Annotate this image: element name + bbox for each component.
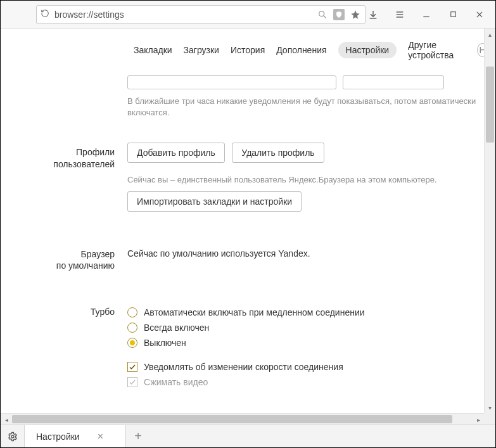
settings-content: Закладки Загрузки История Дополнения Нас… [1, 29, 484, 413]
delete-profile-button[interactable]: Удалить профиль [232, 143, 324, 163]
section-profiles: Профили пользователей Добавить профиль У… [1, 136, 484, 222]
checkbox-label: Уведомлять об изменении скорости соедине… [144, 362, 343, 372]
scroll-thumb[interactable] [12, 415, 452, 423]
turbo-radio-auto[interactable]: Автоматически включать при медленном сое… [127, 307, 476, 317]
gear-icon[interactable] [1, 425, 25, 447]
search-icon[interactable] [317, 9, 328, 20]
scroll-left-icon[interactable]: ◂ [1, 414, 12, 425]
svg-line-1 [324, 16, 326, 18]
star-icon[interactable] [350, 9, 361, 20]
checkbox-icon [127, 377, 137, 387]
tab-close-icon[interactable]: × [95, 431, 106, 442]
tab-history[interactable]: История [231, 45, 265, 55]
scroll-thumb[interactable] [486, 67, 494, 143]
tab-downloads[interactable]: Загрузки [184, 45, 219, 55]
add-profile-button[interactable]: Добавить профиль [127, 143, 225, 163]
default-browser-text: Сейчас по умолчанию используется Yandex. [127, 245, 476, 259]
maximize-icon[interactable] [447, 9, 459, 20]
stub-button[interactable] [127, 75, 336, 89]
radio-icon [127, 338, 137, 348]
tab-bookmarks[interactable]: Закладки [134, 45, 172, 55]
svg-point-0 [319, 11, 324, 16]
shield-icon[interactable] [333, 9, 345, 20]
turbo-radio-always[interactable]: Всегда включен [127, 323, 476, 333]
close-icon[interactable] [474, 9, 485, 20]
new-tab-button[interactable]: + [126, 425, 150, 447]
scroll-down-icon[interactable]: ▾ [485, 402, 495, 413]
checkbox-label: Сжимать видео [144, 377, 208, 387]
svg-point-9 [11, 435, 14, 438]
import-bookmarks-button[interactable]: Импортировать закладки и настройки [127, 191, 302, 212]
tab-title: Настройки [36, 432, 80, 442]
window-chrome [1, 1, 495, 29]
tab-other-devices[interactable]: Другие устройства [408, 40, 466, 60]
url-input[interactable] [49, 10, 317, 20]
settings-tabs: Закладки Загрузки История Дополнения Нас… [1, 29, 484, 69]
downloads-icon[interactable] [367, 9, 379, 20]
minimize-icon[interactable] [421, 9, 432, 20]
section-notifications: В ближайшие три часа никакие уведомления… [1, 69, 484, 125]
radio-icon [127, 323, 137, 333]
scroll-up-icon[interactable]: ▴ [485, 29, 495, 40]
turbo-radio-off[interactable]: Выключен [127, 338, 476, 348]
profiles-label: Профили пользователей [1, 143, 127, 216]
default-browser-label: Браузер по умолчанию [1, 245, 127, 272]
reload-icon[interactable] [41, 9, 49, 20]
radio-label: Выключен [144, 338, 186, 348]
profiles-hint: Сейчас вы – единственный пользователь Ян… [127, 174, 476, 186]
section-default-browser: Браузер по умолчанию Сейчас по умолчанию… [1, 238, 484, 279]
vertical-scrollbar[interactable]: ▴ ▾ [484, 29, 495, 413]
tab-settings[interactable]: Настройки [338, 42, 397, 58]
page-tab-settings[interactable]: Настройки × [25, 425, 126, 447]
scroll-corner [484, 413, 495, 425]
turbo-check-notify[interactable]: Уведомлять об изменении скорости соедине… [127, 362, 476, 372]
scroll-right-icon[interactable]: ▸ [473, 414, 484, 425]
address-bar[interactable] [36, 5, 366, 24]
turbo-check-compress: Сжимать видео [127, 377, 476, 387]
help-icon[interactable]: Н [477, 43, 484, 57]
tab-addons[interactable]: Дополнения [276, 45, 326, 55]
radio-label: Всегда включен [144, 323, 209, 333]
section-turbo: Турбо Автоматически включать при медленн… [1, 296, 484, 399]
svg-rect-6 [450, 12, 455, 17]
viewport: Закладки Загрузки История Дополнения Нас… [1, 29, 495, 425]
notifications-hint: В ближайшие три часа никакие уведомления… [127, 96, 476, 118]
turbo-label: Турбо [1, 302, 127, 392]
horizontal-scrollbar[interactable]: ◂ ▸ [1, 413, 484, 425]
menu-icon[interactable] [394, 9, 405, 20]
stub-button[interactable] [343, 75, 444, 89]
radio-icon [127, 307, 137, 317]
radio-label: Автоматически включать при медленном сое… [144, 307, 365, 317]
checkbox-icon [127, 362, 137, 372]
browser-tabbar: Настройки × + [1, 425, 495, 447]
